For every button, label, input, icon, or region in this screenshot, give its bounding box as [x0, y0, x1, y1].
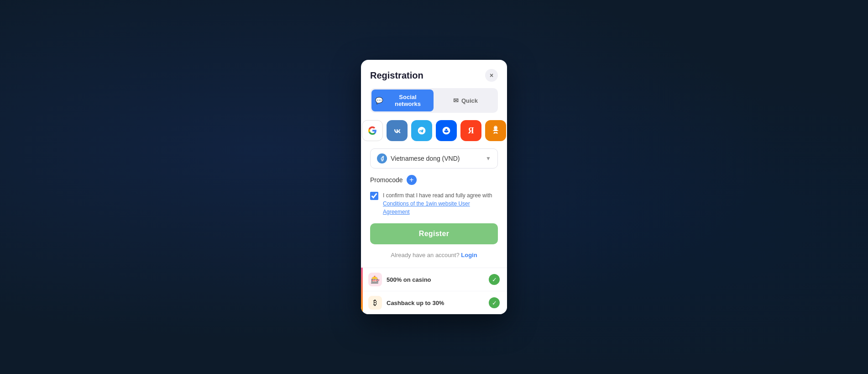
google-login-button[interactable]	[362, 120, 383, 141]
currency-icon: ₫	[377, 153, 387, 163]
agreement-link[interactable]: Conditions of the 1win website User Agre…	[383, 200, 470, 215]
quick-tab-icon: ✉	[453, 97, 459, 104]
google-icon	[368, 126, 377, 135]
social-buttons-grid: Я	[361, 120, 507, 141]
casino-bonus-icon: 🎰	[368, 273, 382, 286]
register-button[interactable]: Register	[370, 223, 498, 244]
login-row: Already have an account? Login	[361, 252, 507, 268]
bonus-left-cashback: ₿ Cashback up to 30%	[368, 296, 444, 310]
bonus-cards: 🎰 500% on casino ✓ ₿ Cashback up to 30% …	[361, 268, 507, 314]
tab-social-networks-label: Social networks	[386, 94, 430, 107]
svg-point-3	[495, 127, 497, 129]
chevron-down-icon: ▼	[486, 155, 491, 162]
login-link[interactable]: Login	[461, 252, 477, 258]
promocode-label: Promocode	[370, 176, 403, 184]
vk-login-button[interactable]	[387, 120, 408, 141]
modal-title: Registration	[370, 70, 424, 81]
mailru-icon	[442, 126, 451, 135]
cashback-bonus-text: Cashback up to 30%	[387, 300, 444, 306]
modal-header: Registration ×	[361, 60, 507, 88]
bonus-accent-bar	[361, 268, 363, 314]
cashback-bonus-check: ✓	[489, 297, 500, 308]
close-button[interactable]: ×	[485, 69, 498, 82]
registration-modal: Registration × 💬 Social networks ✉ Quick	[361, 60, 507, 314]
currency-label: Vietnamese dong (VND)	[391, 155, 460, 162]
promocode-row: Promocode +	[361, 175, 507, 185]
vk-icon	[392, 128, 402, 133]
yandex-login-button[interactable]: Я	[460, 120, 481, 141]
bonus-item-cashback: ₿ Cashback up to 30% ✓	[361, 291, 507, 314]
yandex-icon: Я	[468, 126, 474, 136]
agreement-checkbox[interactable]	[370, 192, 378, 200]
ok-icon	[492, 126, 499, 136]
bonus-left-casino: 🎰 500% on casino	[368, 273, 431, 286]
cashback-bonus-icon: ₿	[368, 296, 382, 310]
odnoklassniki-login-button[interactable]	[485, 120, 506, 141]
agreement-text: I confirm that I have read and fully agr…	[383, 191, 498, 216]
mailru-login-button[interactable]	[436, 120, 457, 141]
tab-quick[interactable]: ✉ Quick	[434, 90, 497, 111]
social-networks-tab-icon: 💬	[375, 97, 383, 104]
bonus-cards-wrapper: 🎰 500% on casino ✓ ₿ Cashback up to 30% …	[361, 268, 507, 314]
add-promocode-button[interactable]: +	[407, 175, 417, 185]
currency-selector[interactable]: ₫ Vietnamese dong (VND) ▼	[370, 148, 498, 169]
telegram-login-button[interactable]	[411, 120, 432, 141]
telegram-icon	[417, 126, 426, 135]
login-prompt-text: Already have an account?	[391, 252, 459, 258]
tabs-container: 💬 Social networks ✉ Quick	[370, 88, 498, 113]
casino-bonus-text: 500% on casino	[387, 276, 431, 283]
tab-social-networks[interactable]: 💬 Social networks	[371, 90, 434, 111]
agreement-row: I confirm that I have read and fully agr…	[361, 191, 507, 216]
currency-left: ₫ Vietnamese dong (VND)	[377, 153, 460, 163]
bonus-item-casino: 🎰 500% on casino ✓	[361, 268, 507, 291]
tab-quick-label: Quick	[461, 97, 478, 104]
casino-bonus-check: ✓	[489, 274, 500, 285]
modal-overlay: Registration × 💬 Social networks ✉ Quick	[0, 0, 868, 374]
